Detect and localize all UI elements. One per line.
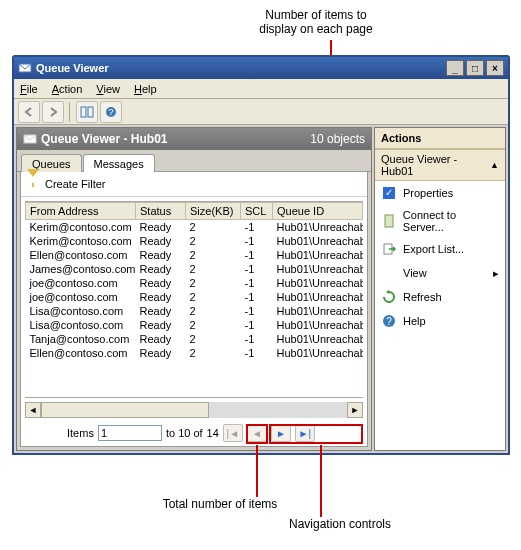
refresh-icon — [381, 289, 397, 305]
menu-help[interactable]: Help — [134, 83, 157, 95]
table-row[interactable]: joe@contoso.comReady2-1Hub01\Unreachable — [26, 290, 363, 304]
cell-size: 2 — [186, 262, 241, 276]
cell-status: Ready — [136, 220, 186, 235]
cell-scl: -1 — [241, 290, 273, 304]
pager-prev-button[interactable]: ◄ — [247, 424, 267, 442]
table-row[interactable]: Ellen@contoso.comReady2-1Hub01\Unreachab… — [26, 248, 363, 262]
toolbar: ? — [14, 99, 508, 125]
table-row[interactable]: Ellen@contoso.comReady2-1Hub01\Unreachab… — [26, 346, 363, 360]
app-icon — [18, 61, 32, 75]
svg-rect-1 — [81, 107, 86, 117]
pager-last-button[interactable]: ►| — [295, 424, 315, 442]
svg-rect-2 — [88, 107, 93, 117]
svg-text:?: ? — [386, 316, 392, 327]
help-icon: ? — [381, 313, 397, 329]
table-row[interactable]: Lisa@contoso.comReady2-1Hub01\Unreachabl… — [26, 318, 363, 332]
cell-scl: -1 — [241, 234, 273, 248]
minimize-button[interactable]: _ — [446, 60, 464, 76]
cell-from: joe@contoso.com — [26, 276, 136, 290]
action-view-label: View — [403, 267, 427, 279]
actions-subheader: Queue Viewer - Hub01 ▲ — [375, 149, 505, 181]
svg-rect-6 — [385, 215, 393, 227]
message-grid: From Address Status Size(KB) SCL Queue I… — [25, 202, 363, 360]
action-properties-label: Properties — [403, 187, 453, 199]
scroll-right-arrow[interactable]: ► — [347, 402, 363, 418]
annotation-nav: Navigation controls — [270, 517, 410, 531]
scroll-left-arrow[interactable]: ◄ — [25, 402, 41, 418]
pager-first-button[interactable]: |◄ — [223, 424, 243, 442]
table-row[interactable]: James@contoso.comReady2-1Hub01\Unreachab… — [26, 262, 363, 276]
menu-file[interactable]: File — [20, 83, 38, 95]
window-titlebar: Queue Viewer _ □ × — [14, 57, 508, 79]
cell-scl: -1 — [241, 248, 273, 262]
cell-queue: Hub01\Unreachable — [273, 276, 363, 290]
cell-from: Tanja@contoso.com — [26, 332, 136, 346]
tab-messages[interactable]: Messages — [83, 154, 155, 172]
cell-size: 2 — [186, 248, 241, 262]
col-scl[interactable]: SCL — [241, 203, 273, 220]
cell-status: Ready — [136, 234, 186, 248]
cell-queue: Hub01\Unreachable — [273, 234, 363, 248]
cell-scl: -1 — [241, 332, 273, 346]
col-queue[interactable]: Queue ID — [273, 203, 363, 220]
create-filter-link[interactable]: Create Filter — [45, 178, 106, 190]
action-connect[interactable]: Connect to Server... — [375, 205, 505, 237]
table-row[interactable]: joe@contoso.comReady2-1Hub01\Unreachable — [26, 276, 363, 290]
pager-next-button[interactable]: ► — [271, 424, 291, 442]
cell-from: Lisa@contoso.com — [26, 318, 136, 332]
action-properties[interactable]: ✓ Properties — [375, 181, 505, 205]
menu-view[interactable]: View — [96, 83, 120, 95]
cell-scl: -1 — [241, 276, 273, 290]
annotation-top-line1: Number of items to — [241, 8, 391, 22]
scroll-thumb[interactable] — [41, 402, 209, 418]
action-refresh[interactable]: Refresh — [375, 285, 505, 309]
maximize-button[interactable]: □ — [466, 60, 484, 76]
col-size[interactable]: Size(KB) — [186, 203, 241, 220]
filter-row: Create Filter — [21, 172, 367, 197]
cell-size: 2 — [186, 332, 241, 346]
toolbar-help-button[interactable]: ? — [100, 101, 122, 123]
cell-scl: -1 — [241, 262, 273, 276]
close-button[interactable]: × — [486, 60, 504, 76]
action-export[interactable]: Export List... — [375, 237, 505, 261]
table-row[interactable]: Kerim@contoso.comReady2-1Hub01\Unreachab… — [26, 220, 363, 235]
actions-subheader-text: Queue Viewer - Hub01 — [381, 153, 490, 177]
toolbar-back-button[interactable] — [18, 101, 40, 123]
col-from[interactable]: From Address — [26, 203, 136, 220]
table-row[interactable]: Tanja@contoso.comReady2-1Hub01\Unreachab… — [26, 332, 363, 346]
cell-queue: Hub01\Unreachable — [273, 304, 363, 318]
action-help[interactable]: ? Help — [375, 309, 505, 333]
cell-from: Kerim@contoso.com — [26, 234, 136, 248]
cell-scl: -1 — [241, 346, 273, 360]
toolbar-forward-button[interactable] — [42, 101, 64, 123]
collapse-icon[interactable]: ▲ — [490, 160, 499, 170]
actions-header: Actions — [375, 128, 505, 149]
table-row[interactable]: Kerim@contoso.comReady2-1Hub01\Unreachab… — [26, 234, 363, 248]
cell-status: Ready — [136, 276, 186, 290]
object-count-label: 10 objects — [310, 132, 365, 146]
pager-start-input[interactable] — [98, 425, 162, 441]
menu-action[interactable]: Action — [52, 83, 83, 95]
cell-status: Ready — [136, 290, 186, 304]
tabstrip: Queues Messages — [17, 150, 371, 172]
action-view[interactable]: View ▸ — [375, 261, 505, 285]
cell-size: 2 — [186, 304, 241, 318]
toolbar-panes-button[interactable] — [76, 101, 98, 123]
horizontal-scrollbar[interactable]: ◄ ► — [25, 402, 363, 418]
cell-scl: -1 — [241, 318, 273, 332]
cell-from: Lisa@contoso.com — [26, 304, 136, 318]
cell-size: 2 — [186, 346, 241, 360]
cell-size: 2 — [186, 220, 241, 235]
table-row[interactable]: Lisa@contoso.comReady2-1Hub01\Unreachabl… — [26, 304, 363, 318]
cell-status: Ready — [136, 332, 186, 346]
col-status[interactable]: Status — [136, 203, 186, 220]
action-refresh-label: Refresh — [403, 291, 442, 303]
callout-line-nav — [320, 445, 322, 517]
cell-from: joe@contoso.com — [26, 290, 136, 304]
action-help-label: Help — [403, 315, 426, 327]
annotation-total: Total number of items — [150, 497, 290, 511]
annotation-top-line2: display on each page — [241, 22, 391, 36]
submenu-arrow-icon: ▸ — [493, 267, 499, 280]
pane-header: Queue Viewer - Hub01 10 objects — [17, 128, 371, 150]
cell-from: Kerim@contoso.com — [26, 220, 136, 235]
